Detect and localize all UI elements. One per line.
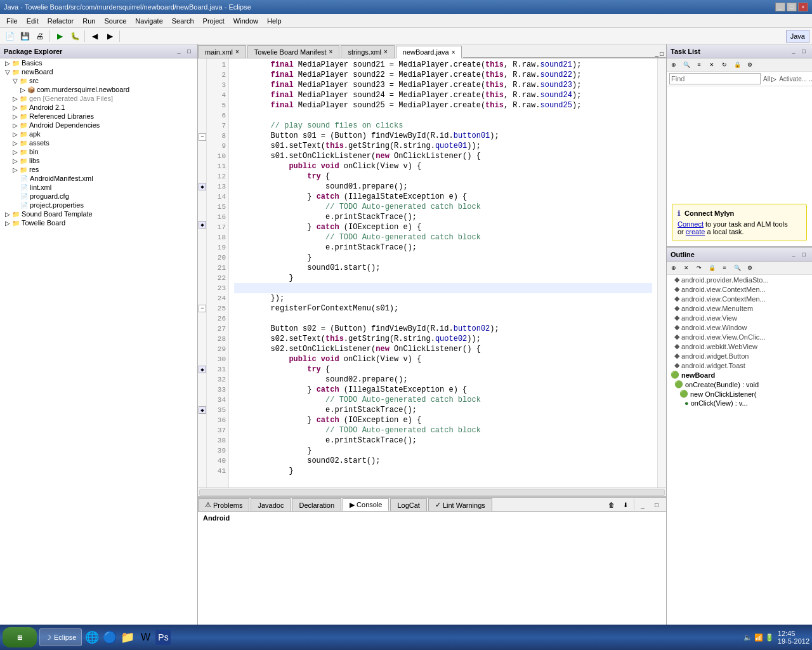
outline-item-onclicklistener[interactable]: ◆ android.view.View.OnClic... (667, 332, 812, 342)
tree-item-libs[interactable]: ▷ 📁 libs (0, 156, 197, 165)
window-controls[interactable]: _ □ × (775, 3, 808, 11)
tab-close-icon[interactable]: × (235, 48, 239, 55)
menu-source[interactable]: Source (100, 16, 130, 26)
menu-edit[interactable]: Edit (23, 16, 43, 26)
outline-item-onclick[interactable]: ● onClick(View) : v... (667, 399, 812, 408)
task-btn-7[interactable]: ⚙ (744, 60, 756, 70)
run-button[interactable]: ▶ (53, 30, 67, 43)
fold-marker-1[interactable]: − (199, 133, 206, 141)
tree-item-gen[interactable]: ▷ 📁 gen [Generated Java Files] (0, 94, 197, 103)
forward-button[interactable]: ▶ (103, 30, 117, 43)
new-task-button[interactable]: ⊕ (668, 60, 679, 70)
debug-button[interactable]: 🐛 (68, 30, 82, 43)
outline-item-oncreate[interactable]: 🟢 onCreate(Bundle) : void (667, 380, 812, 389)
tab-declaration[interactable]: Declaration (292, 498, 341, 511)
taskbar-item-eclipse[interactable]: ☽ Eclipse (39, 628, 82, 646)
outline-btn-4[interactable]: 🔒 (706, 263, 717, 273)
outline-item-toast[interactable]: ◆ android.widget.Toast (667, 361, 812, 370)
activate-label[interactable]: Activate... (779, 76, 807, 83)
tree-item-bin[interactable]: ▷ 📁 bin (0, 147, 197, 156)
tree-item-basics[interactable]: ▷ 📁 Basics (0, 58, 197, 67)
tab-close-icon[interactable]: × (329, 48, 333, 55)
outline-item-menuitem[interactable]: ◆ android.view.MenuItem (667, 303, 812, 313)
outline-minimize-button[interactable]: _ (789, 250, 798, 259)
panel-header-controls[interactable]: _ □ (174, 47, 193, 56)
taskbar-icon-ie[interactable]: 🌐 (84, 630, 100, 645)
create-link[interactable]: create (686, 228, 705, 235)
outline-btn-5[interactable]: ≡ (719, 263, 730, 273)
console-minimize-button[interactable]: _ (636, 498, 650, 511)
outline-item-contextmenu1[interactable]: ◆ android.view.ContextMen... (667, 284, 812, 294)
outline-btn-6[interactable]: 🔍 (731, 263, 743, 273)
tree-item-manifest[interactable]: 📄 AndroidManifest.xml (0, 174, 197, 183)
task-find-input[interactable] (669, 73, 761, 84)
editor-maximize-icon[interactable]: □ (660, 50, 664, 57)
outline-item-view[interactable]: ◆ android.view.View (667, 313, 812, 322)
outline-btn-3[interactable]: ↷ (693, 263, 705, 273)
connect-link[interactable]: Connect (678, 220, 704, 228)
tab-close-icon[interactable]: × (452, 49, 455, 56)
taskbar-icon-explorer[interactable]: 📁 (120, 630, 135, 645)
outline-item-button[interactable]: ◆ android.widget.Button (667, 351, 812, 361)
tab-javadoc[interactable]: Javadoc (251, 498, 291, 511)
save-button[interactable]: 💾 (18, 30, 32, 43)
minimize-button[interactable]: _ (775, 3, 785, 11)
tab-console[interactable]: ▶ Console (343, 498, 389, 511)
java-perspective[interactable]: Java (786, 30, 809, 43)
menu-file[interactable]: File (3, 16, 22, 26)
outline-maximize-button[interactable]: □ (799, 250, 808, 259)
tab-problems[interactable]: ⚠ Problems (198, 498, 249, 511)
menu-window[interactable]: Window (230, 16, 262, 26)
task-btn-5[interactable]: ↻ (719, 60, 730, 70)
editor-minimize-icon[interactable]: _ (655, 50, 658, 57)
tree-item-androiddeps[interactable]: ▷ 📁 Android Dependencies (0, 121, 197, 129)
tree-item-lint[interactable]: 📄 lint.xml (0, 183, 197, 192)
minimize-panel-button[interactable]: _ (174, 47, 183, 56)
all-label[interactable]: All (763, 76, 770, 83)
tree-item-projectprops[interactable]: 📄 project.properties (0, 201, 197, 209)
fold-marker-2[interactable]: − (199, 305, 206, 312)
code-content-area[interactable]: final MediaPlayer sound21 = MediaPlayer.… (229, 58, 657, 488)
tree-item-src[interactable]: ▽ 📁 src (0, 76, 197, 85)
menu-search[interactable]: Search (168, 16, 198, 26)
tree-item-res[interactable]: ▷ 📁 res (0, 165, 197, 174)
outline-item-newlistener[interactable]: 🟢 new OnClickListener( (667, 389, 812, 399)
back-button[interactable]: ◀ (88, 30, 102, 43)
tree-item-apk[interactable]: ▷ 📁 apk (0, 129, 197, 138)
tree-item-newboard[interactable]: ▽ 📁 newBoard (0, 67, 197, 76)
code-editor[interactable]: − ◆ ◆ − ◆ ◆ 12345 678910 1112131415 1617… (198, 58, 666, 488)
tab-strings[interactable]: strings.xml × (341, 45, 394, 58)
outline-item-contextmenu2[interactable]: ◆ android.view.ContextMen... (667, 294, 812, 303)
new-button[interactable]: 📄 (3, 30, 16, 43)
tab-mainxml[interactable]: main.xml × (198, 45, 246, 58)
console-clear-button[interactable]: 🗑 (605, 498, 619, 511)
menu-run[interactable]: Run (79, 16, 99, 26)
tree-item-android21[interactable]: ▷ 📁 Android 2.1 (0, 103, 197, 112)
console-scroll-button[interactable]: ⬇ (619, 498, 632, 511)
start-button[interactable]: ⊞ (3, 627, 37, 647)
task-list-controls[interactable]: _ □ (789, 47, 808, 56)
tree-item-reflibs[interactable]: ▷ 📁 Referenced Libraries (0, 112, 197, 121)
menu-project[interactable]: Project (199, 16, 228, 26)
task-maximize-button[interactable]: □ (799, 47, 808, 56)
maximize-button[interactable]: □ (787, 3, 797, 11)
outline-controls[interactable]: _ □ (789, 250, 808, 259)
tab-lint[interactable]: ✓ Lint Warnings (428, 498, 492, 511)
menu-navigate[interactable]: Navigate (131, 16, 166, 26)
taskbar-icon-ps[interactable]: Ps (155, 630, 171, 645)
task-minimize-button[interactable]: _ (789, 47, 798, 56)
tab-newboard[interactable]: newBoard.java × (396, 46, 462, 58)
task-btn-4[interactable]: ✕ (706, 60, 717, 70)
outline-item-mediasto[interactable]: ◆ android.provider.MediaSto... (667, 275, 812, 284)
tree-item-package[interactable]: ▷ 📦 com.murdersquirrel.newboard (0, 85, 197, 94)
task-btn-2[interactable]: 🔍 (681, 60, 692, 70)
tree-item-soundboard[interactable]: ▷ 📁 Sound Board Template (0, 209, 197, 218)
taskbar-icon-chrome[interactable]: 🔵 (102, 630, 117, 645)
tab-manifest[interactable]: Towelie Board Manifest × (247, 45, 340, 58)
outline-item-webview[interactable]: ◆ android.webkit.WebView (667, 342, 812, 351)
print-button[interactable]: 🖨 (33, 30, 47, 43)
tab-logcat[interactable]: LogCat (390, 498, 426, 511)
taskbar-icon-word[interactable]: W (138, 630, 153, 645)
outline-btn-2[interactable]: ✕ (681, 263, 692, 273)
tree-item-assets[interactable]: ▷ 📁 assets (0, 138, 197, 147)
